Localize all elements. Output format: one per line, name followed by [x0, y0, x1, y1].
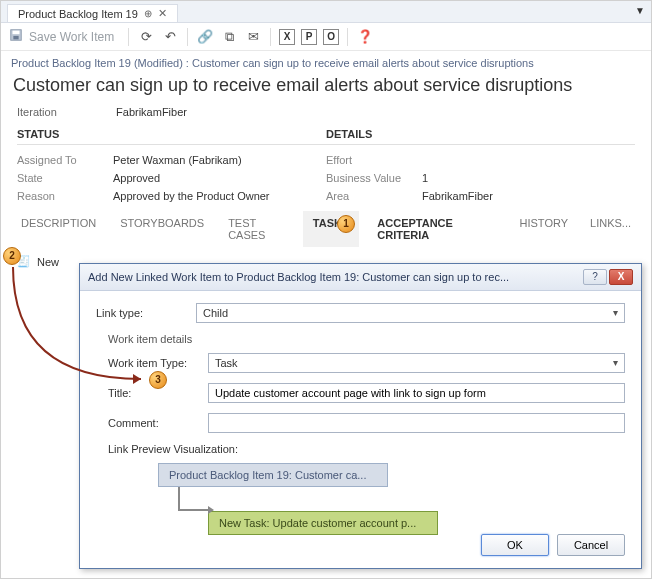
reason-value[interactable]: Approved by the Product Owner — [113, 190, 270, 202]
assigned-value[interactable]: Peter Waxman (Fabrikam) — [113, 154, 242, 166]
save-icon — [9, 28, 23, 46]
title-input[interactable] — [208, 383, 625, 403]
document-tab[interactable]: Product Backlog Item 19 ⊕ ✕ — [7, 4, 178, 22]
outlook-icon[interactable]: O — [323, 29, 339, 45]
status-head: STATUS — [17, 128, 326, 145]
preview-label: Link Preview Visualization: — [108, 443, 625, 455]
copy-icon[interactable]: ⧉ — [220, 28, 238, 46]
tab-history[interactable]: HISTORY — [516, 211, 573, 247]
iteration-label: Iteration — [17, 106, 113, 118]
ok-button[interactable]: OK — [481, 534, 549, 556]
cancel-button[interactable]: Cancel — [557, 534, 625, 556]
iteration-row: Iteration FabrikamFiber — [1, 106, 651, 128]
page-title: Customer can sign up to receive email al… — [1, 71, 651, 106]
dialog-close-icon[interactable]: X — [609, 269, 633, 285]
workitem-details-label: Work item details — [108, 333, 625, 345]
add-linked-item-dialog: Add New Linked Work Item to Product Back… — [79, 263, 642, 569]
mail-icon[interactable]: ✉ — [244, 28, 262, 46]
witype-select[interactable]: Task — [208, 353, 625, 373]
linktype-select[interactable]: Child — [196, 303, 625, 323]
dialog-title: Add New Linked Work Item to Product Back… — [88, 271, 583, 283]
status-section: STATUS Assigned ToPeter Waxman (Fabrikam… — [17, 128, 326, 205]
dialog-titlebar: Add New Linked Work Item to Product Back… — [80, 264, 641, 291]
callout-marker-3: 3 — [149, 371, 167, 389]
link-icon[interactable]: 🔗 — [196, 28, 214, 46]
separator — [128, 28, 129, 46]
help-icon[interactable]: ❓ — [356, 28, 374, 46]
new-button[interactable]: New — [37, 256, 59, 268]
effort-label: Effort — [326, 154, 422, 166]
refresh-icon[interactable]: ⟳ — [137, 28, 155, 46]
tab-description[interactable]: DESCRIPTION — [17, 211, 100, 247]
excel-icon[interactable]: X — [279, 29, 295, 45]
tab-acceptance[interactable]: ACCEPTANCE CRITERIA — [373, 211, 501, 247]
comment-label: Comment: — [108, 417, 208, 429]
dialog-body: Link type: Child Work item details Work … — [80, 291, 641, 547]
area-label: Area — [326, 190, 422, 202]
project-icon[interactable]: P — [301, 29, 317, 45]
preview-parent-box: Product Backlog Item 19: Customer ca... — [158, 463, 388, 487]
state-label: State — [17, 172, 113, 184]
preview-arrow-icon — [178, 487, 208, 511]
witype-label: Work item Type: — [108, 357, 208, 369]
svg-rect-1 — [13, 30, 20, 34]
details-head: DETAILS — [326, 128, 635, 145]
undo-icon[interactable]: ↶ — [161, 28, 179, 46]
link-preview: Product Backlog Item 19: Customer ca... … — [108, 463, 625, 535]
details-section: DETAILS Effort Business Value1 AreaFabri… — [326, 128, 635, 205]
tab-storyboards[interactable]: STORYBOARDS — [116, 211, 208, 247]
comment-input[interactable] — [208, 413, 625, 433]
separator — [187, 28, 188, 46]
separator — [347, 28, 348, 46]
dialog-button-row: OK Cancel — [481, 534, 625, 556]
dialog-help-icon[interactable]: ? — [583, 269, 607, 285]
save-button[interactable]: Save Work Item — [29, 30, 114, 44]
subtab-bar: DESCRIPTION STORYBOARDS TEST CASES TASKS… — [1, 205, 651, 247]
assigned-label: Assigned To — [17, 154, 113, 166]
callout-marker-2: 2 — [3, 247, 21, 265]
toolbar: Save Work Item ⟳ ↶ 🔗 ⧉ ✉ X P O ❓ — [1, 23, 651, 51]
tab-links[interactable]: LINKS... — [586, 211, 635, 247]
fields-grid: STATUS Assigned ToPeter Waxman (Fabrikam… — [1, 128, 651, 205]
tab-title: Product Backlog Item 19 — [18, 8, 138, 20]
tab-testcases[interactable]: TEST CASES — [224, 211, 287, 247]
close-icon[interactable]: ✕ — [158, 7, 167, 20]
callout-marker-1: 1 — [337, 215, 355, 233]
bizval-label: Business Value — [326, 172, 422, 184]
state-value[interactable]: Approved — [113, 172, 160, 184]
linktype-value: Child — [203, 307, 228, 319]
iteration-value[interactable]: FabrikamFiber — [116, 106, 187, 118]
reason-label: Reason — [17, 190, 113, 202]
svg-rect-2 — [13, 35, 18, 39]
preview-child-box: New Task: Update customer account p... — [208, 511, 438, 535]
tab-overflow-icon[interactable]: ▼ — [635, 5, 645, 16]
pin-icon[interactable]: ⊕ — [144, 8, 152, 19]
area-value[interactable]: FabrikamFiber — [422, 190, 493, 202]
witype-value: Task — [215, 357, 238, 369]
tab-bar: Product Backlog Item 19 ⊕ ✕ ▼ — [1, 1, 651, 23]
separator — [270, 28, 271, 46]
linktype-label: Link type: — [96, 307, 196, 319]
breadcrumb: Product Backlog Item 19 (Modified) : Cus… — [1, 51, 651, 71]
bizval-value[interactable]: 1 — [422, 172, 428, 184]
